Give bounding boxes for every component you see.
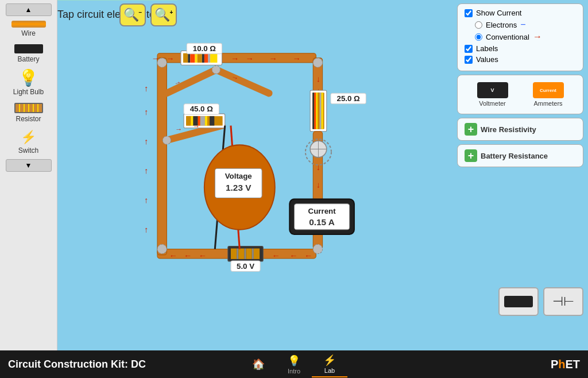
- svg-text:→: →: [141, 109, 150, 117]
- svg-rect-62: [157, 58, 167, 255]
- svg-rect-28: [314, 92, 316, 129]
- nav-tab-lab[interactable]: ⚡ Lab: [312, 352, 347, 377]
- lab-label: Lab: [324, 367, 335, 374]
- intro-label: Intro: [288, 368, 300, 375]
- values-checkbox[interactable]: [465, 56, 473, 64]
- conventional-radio[interactable]: [475, 33, 482, 41]
- svg-text:→: →: [141, 138, 150, 146]
- app-title: Circuit Construction Kit: DC: [0, 358, 199, 371]
- voltmeter-icon: V: [477, 82, 508, 98]
- zoom-controls: 🔍− 🔍+: [119, 3, 177, 26]
- battery-resistance-button[interactable]: + Battery Resistance: [465, 149, 576, 162]
- svg-rect-27: [312, 92, 314, 129]
- phet-text: PhET: [551, 358, 580, 371]
- svg-point-98: [157, 58, 167, 67]
- svg-text:→: →: [141, 196, 150, 205]
- switch-label: Switch: [18, 146, 38, 155]
- nav-tabs: 🏠 💡 Intro ⚡ Lab: [199, 352, 389, 377]
- svg-rect-12: [210, 53, 217, 63]
- svg-text:0.15 A: 0.15 A: [309, 217, 335, 227]
- svg-text:←: ←: [199, 251, 207, 260]
- sidebar-item-bulb[interactable]: 💡 Light Bulb: [3, 67, 54, 99]
- svg-rect-52: [252, 249, 254, 259]
- svg-text:→: →: [269, 54, 277, 63]
- tools-row: V Voltmeter Current Ammeters: [465, 80, 576, 109]
- bulb-icon: 💡: [18, 70, 38, 86]
- switch-icon: ⚡: [21, 130, 36, 145]
- svg-rect-48: [237, 249, 238, 259]
- svg-text:→: →: [175, 125, 182, 133]
- nav-tab-home[interactable]: 🏠: [241, 356, 276, 373]
- sidebar-item-battery[interactable]: Battery: [3, 41, 54, 67]
- svg-rect-81: [210, 116, 214, 125]
- display-options-panel: Show Current Electrons − Conventional → …: [457, 3, 583, 71]
- ammeters-label: Ammeters: [533, 100, 562, 107]
- bottom-tools: ⊣⊢: [498, 287, 583, 316]
- battery-label: Battery: [17, 55, 39, 63]
- conventional-row: Conventional →: [475, 32, 576, 42]
- battery-horiz-icon: [504, 296, 533, 307]
- resistor-icon: [14, 103, 43, 113]
- main-area: ▲ Wire Battery 💡 Light Bulb Resistor ⚡ S…: [0, 0, 588, 350]
- svg-rect-31: [319, 92, 321, 129]
- svg-point-101: [313, 244, 322, 253]
- svg-rect-4: [183, 53, 188, 63]
- svg-text:5.0 V: 5.0 V: [237, 262, 254, 271]
- right-panel: Show Current Electrons − Conventional → …: [457, 3, 583, 167]
- svg-text:→: →: [166, 54, 174, 63]
- voltmeter-tool[interactable]: V Voltmeter: [477, 82, 508, 107]
- svg-rect-9: [202, 53, 204, 63]
- electrons-row: Electrons −: [475, 20, 576, 30]
- svg-text:→: →: [314, 76, 323, 84]
- sidebar-item-switch[interactable]: ⚡ Switch: [3, 126, 54, 158]
- scroll-down-button[interactable]: ▼: [6, 159, 52, 172]
- zoom-out-icon: 🔍−: [123, 7, 142, 22]
- svg-text:Voltage: Voltage: [225, 172, 252, 180]
- svg-rect-6: [190, 53, 195, 63]
- values-label: Values: [476, 55, 498, 64]
- svg-text:25.0 Ω: 25.0 Ω: [337, 94, 361, 103]
- wire-resistivity-button[interactable]: + Wire Resistivity: [465, 123, 576, 136]
- svg-text:45.0 Ω: 45.0 Ω: [190, 105, 214, 113]
- show-current-checkbox[interactable]: [465, 9, 473, 17]
- sidebar: ▲ Wire Battery 💡 Light Bulb Resistor ⚡ S…: [0, 0, 57, 350]
- svg-rect-11: [208, 53, 210, 63]
- wire-resistivity-panel: + Wire Resistivity: [457, 118, 583, 141]
- electrons-radio[interactable]: [475, 21, 482, 29]
- electrons-label: Electrons: [486, 21, 517, 29]
- svg-text:→: →: [141, 167, 150, 175]
- conventional-label: Conventional: [486, 33, 529, 41]
- sidebar-item-wire[interactable]: Wire: [3, 17, 54, 41]
- intro-icon: 💡: [288, 354, 300, 367]
- zoom-in-button[interactable]: 🔍+: [150, 3, 177, 26]
- svg-point-102: [212, 65, 220, 74]
- svg-rect-49: [238, 249, 244, 259]
- circuit-canvas: 10.0 Ω → → → → → → → → →: [57, 0, 457, 322]
- battery-resistance-panel: + Battery Resistance: [457, 144, 583, 167]
- svg-text:←: ←: [272, 251, 280, 260]
- values-row: Values: [465, 55, 576, 64]
- scroll-up-button[interactable]: ▲: [6, 3, 52, 16]
- svg-text:10.0 Ω: 10.0 Ω: [193, 44, 216, 53]
- svg-rect-80: [207, 116, 210, 125]
- battery-resistance-plus-icon: +: [465, 149, 477, 162]
- svg-text:←: ←: [304, 251, 312, 260]
- status-bar: 🔍− 🔍+ Tap circuit element to edit. ↺: [57, 0, 177, 29]
- svg-text:→: →: [292, 54, 300, 63]
- svg-text:←: ←: [184, 251, 192, 260]
- labels-row: Labels: [465, 44, 576, 53]
- svg-rect-51: [246, 249, 252, 259]
- svg-point-103: [163, 136, 171, 144]
- capacitor-tool-button[interactable]: ⊣⊢: [543, 287, 583, 316]
- zoom-out-button[interactable]: 🔍−: [119, 3, 146, 26]
- nav-tab-intro[interactable]: 💡 Intro: [276, 352, 312, 377]
- svg-text:1.23 V: 1.23 V: [226, 183, 252, 192]
- ammeter-tool[interactable]: Current Ammeters: [533, 82, 564, 107]
- svg-text:Current: Current: [308, 207, 336, 215]
- capacitor-icon: ⊣⊢: [552, 294, 574, 309]
- sidebar-item-resistor[interactable]: Resistor: [3, 99, 54, 126]
- svg-text:←: ←: [289, 251, 297, 260]
- labels-checkbox[interactable]: [465, 45, 473, 53]
- voltmeter-label: Voltmeter: [479, 100, 505, 107]
- battery-tool-button[interactable]: [498, 287, 539, 316]
